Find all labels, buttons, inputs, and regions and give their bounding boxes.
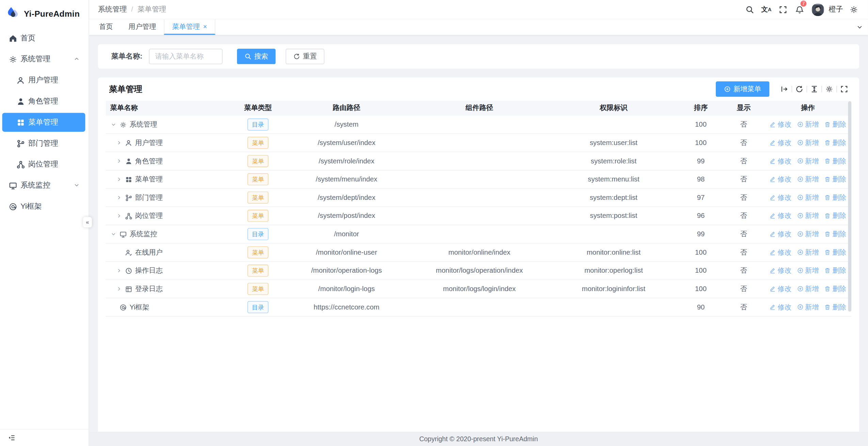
- sidebar-collapse-fab[interactable]: «: [83, 217, 92, 227]
- breadcrumb-separator: /: [131, 5, 133, 13]
- expand-row-icon[interactable]: [116, 140, 123, 146]
- table-header-row: 菜单名称菜单类型路由路径组件路径权限标识排序显示操作: [106, 101, 851, 116]
- sidebar-item-角色管理[interactable]: 角色管理: [2, 92, 85, 111]
- sidebar-item-Yi框架[interactable]: Yi框架: [2, 197, 85, 216]
- logo[interactable]: Yi-PureAdmin: [0, 0, 89, 27]
- 修改-action-link[interactable]: 修改: [770, 229, 791, 239]
- 删除-action-link[interactable]: 删除: [824, 266, 846, 275]
- username[interactable]: 橙子: [829, 4, 843, 14]
- 修改-action-link[interactable]: 修改: [770, 302, 791, 312]
- 修改-action-link[interactable]: 修改: [770, 266, 791, 275]
- visible-cell: 否: [723, 138, 764, 148]
- table-row: 系统管理目录/system100否修改新增删除: [106, 116, 851, 134]
- breadcrumb-item[interactable]: 系统管理: [98, 4, 127, 14]
- 修改-action-link[interactable]: 修改: [770, 284, 791, 294]
- settings-gear-icon[interactable]: [847, 2, 862, 17]
- sidebar-item-岗位管理[interactable]: 岗位管理: [2, 155, 85, 174]
- add-menu-button[interactable]: 新增菜单: [716, 81, 770, 97]
- expand-row-icon[interactable]: [116, 267, 123, 274]
- 修改-action-link[interactable]: 修改: [770, 120, 791, 129]
- trash-icon: [824, 176, 831, 182]
- 修改-action-link[interactable]: 修改: [770, 156, 791, 166]
- search-icon[interactable]: [742, 2, 757, 17]
- tag-view-bar: 首页 用户管理 菜单管理 ×: [89, 19, 868, 35]
- expand-row-icon[interactable]: [116, 194, 123, 201]
- 删除-action-link[interactable]: 删除: [824, 229, 846, 239]
- tab-menu-management[interactable]: 菜单管理 ×: [164, 19, 215, 35]
- sidebar-item-菜单管理[interactable]: 菜单管理: [2, 113, 85, 132]
- sidebar-item-系统监控[interactable]: 系统监控: [2, 176, 85, 195]
- 新增-action-link[interactable]: 新增: [797, 248, 819, 257]
- menu-type-tag: 菜单: [248, 155, 269, 167]
- 修改-action-link[interactable]: 修改: [770, 175, 791, 184]
- sidebar-item-部门管理[interactable]: 部门管理: [2, 134, 85, 153]
- menu-type-tag: 菜单: [248, 191, 269, 204]
- 修改-action-link[interactable]: 修改: [770, 138, 791, 148]
- avatar[interactable]: [811, 3, 824, 16]
- card-header: 菜单管理 新增菜单: [98, 78, 859, 101]
- notification-badge: 7: [800, 0, 807, 7]
- notification-bell-icon[interactable]: 7: [792, 2, 807, 17]
- 删除-action-link[interactable]: 删除: [824, 211, 846, 221]
- 删除-action-link[interactable]: 删除: [824, 284, 846, 294]
- trash-icon: [824, 194, 831, 201]
- tab-close-icon[interactable]: ×: [203, 23, 207, 30]
- visible-cell: 否: [723, 156, 764, 166]
- expand-row-icon[interactable]: [116, 158, 123, 164]
- sidebar-item-首页[interactable]: 首页: [2, 29, 85, 48]
- 新增-action-link[interactable]: 新增: [797, 229, 819, 239]
- component-path-cell: monitor/logs/operation/index: [410, 267, 549, 275]
- 新增-action-link[interactable]: 新增: [797, 138, 819, 148]
- 删除-action-link[interactable]: 删除: [824, 248, 846, 257]
- 新增-action-link[interactable]: 新增: [797, 284, 819, 294]
- fullscreen-icon[interactable]: [775, 2, 790, 17]
- collapse-row-icon[interactable]: [110, 121, 117, 128]
- collapse-sidebar-icon[interactable]: [8, 434, 16, 442]
- expand-row-icon[interactable]: [116, 286, 123, 292]
- sidebar-item-系统管理[interactable]: 系统管理: [2, 50, 85, 68]
- tab-user-management[interactable]: 用户管理: [121, 19, 164, 35]
- app-root: Yi-PureAdmin 首页系统管理用户管理角色管理菜单管理部门管理岗位管理系…: [0, 0, 868, 446]
- expand-row-icon[interactable]: [116, 176, 123, 183]
- expand-row-icon[interactable]: [116, 212, 123, 219]
- table-row: Yi框架目录https://ccnetcore.com90否修改新增删除: [106, 298, 851, 317]
- 新增-action-link[interactable]: 新增: [797, 175, 819, 184]
- 修改-action-link[interactable]: 修改: [770, 211, 791, 221]
- chevup-icon: [74, 55, 80, 62]
- 新增-action-link[interactable]: 新增: [797, 302, 819, 312]
- 新增-action-link[interactable]: 新增: [797, 266, 819, 275]
- table-row: 在线用户菜单/monitor/online-usermonitor/online…: [106, 243, 851, 262]
- collapse-row-icon[interactable]: [110, 231, 117, 238]
- 修改-action-link[interactable]: 修改: [770, 193, 791, 203]
- 删除-action-link[interactable]: 删除: [824, 138, 846, 148]
- at-icon: [120, 304, 127, 311]
- gear-icon[interactable]: [822, 82, 836, 96]
- refresh-icon[interactable]: [792, 82, 806, 96]
- 修改-action-link[interactable]: 修改: [770, 248, 791, 257]
- visible-cell: 否: [723, 266, 764, 275]
- 删除-action-link[interactable]: 删除: [824, 302, 846, 312]
- search-button[interactable]: 搜索: [237, 49, 276, 64]
- 删除-action-link[interactable]: 删除: [824, 156, 846, 166]
- 新增-action-link[interactable]: 新增: [797, 120, 819, 129]
- menu-name-input[interactable]: [149, 49, 223, 64]
- fullscreen-icon[interactable]: [837, 82, 851, 96]
- density-icon[interactable]: [807, 82, 821, 96]
- 删除-action-link[interactable]: 删除: [824, 120, 846, 129]
- tab-options-chevron-icon[interactable]: [851, 19, 868, 35]
- 删除-action-link[interactable]: 删除: [824, 175, 846, 184]
- sidebar-item-用户管理[interactable]: 用户管理: [2, 71, 85, 90]
- 新增-action-link[interactable]: 新增: [797, 211, 819, 221]
- 新增-action-link[interactable]: 新增: [797, 193, 819, 203]
- copyright-text: Copyright © 2020-present Yi-PureAdmin: [419, 435, 538, 443]
- tab-home[interactable]: 首页: [91, 19, 121, 35]
- 新增-action-link[interactable]: 新增: [797, 156, 819, 166]
- translate-icon[interactable]: 文A: [759, 2, 774, 17]
- menu-name-cell: 操作日志: [106, 266, 233, 275]
- reset-button[interactable]: 重置: [286, 49, 325, 64]
- plus-circle-icon: [724, 86, 731, 93]
- breadcrumb: 系统管理 / 菜单管理: [98, 4, 167, 14]
- expandall-icon[interactable]: [777, 82, 791, 96]
- table-scrollbar[interactable]: [848, 101, 851, 312]
- 删除-action-link[interactable]: 删除: [824, 193, 846, 203]
